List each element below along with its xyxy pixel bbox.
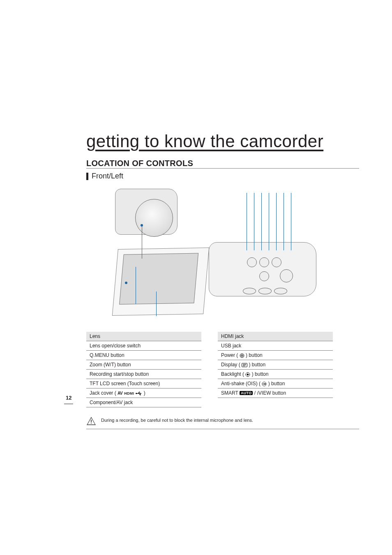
list-cell: Lens open/close switch: [86, 341, 201, 351]
smart-label-post: VIEW button: [258, 390, 286, 396]
jack-cover-label-pre: Jack cover (: [90, 390, 116, 396]
svg-rect-23: [91, 423, 92, 423]
list-cell: Power ( ) button: [218, 351, 333, 360]
section-row: LOCATION OF CONTROLS: [86, 159, 359, 169]
list-item: Display ( ) button: [218, 360, 333, 370]
backlight-label-post: ) button: [252, 371, 269, 377]
power-label-pre: Power (: [221, 352, 238, 358]
antishake-label-pre: Anti-shake (OIS) (: [221, 381, 261, 386]
jack-cover-label-post: ): [144, 390, 145, 396]
backlight-icon: [245, 372, 250, 377]
display-label-post: ) button: [249, 362, 265, 368]
callout-left-column: Lens Lens open/close switch Q.MENU butto…: [86, 332, 201, 407]
list-cell: SMART AUTO / iVIEW button: [218, 388, 333, 398]
subsection-title: Front/Left: [92, 172, 123, 180]
display-label-pre: Display (: [221, 362, 240, 368]
svg-point-3: [140, 394, 141, 395]
callout-right-table: HDMI jack USB jack Power ( ) button: [218, 332, 333, 398]
caution-note: During a recording, be careful not to bl…: [86, 416, 359, 429]
svg-rect-2: [139, 392, 140, 393]
figure-lens: [135, 199, 173, 237]
list-item: USB jack: [218, 341, 333, 351]
list-cell: Display ( ) button: [218, 360, 333, 370]
list-item: Q.MENU button: [86, 351, 201, 360]
list-cell: Lens: [86, 332, 201, 341]
list-item: Power ( ) button: [218, 351, 333, 360]
jack-cover-icons: AV HDMI: [118, 391, 142, 395]
power-label-post: ) button: [246, 352, 263, 358]
svg-rect-19: [265, 383, 266, 384]
backlight-label-pre: Backlight (: [221, 371, 244, 377]
list-item: Lens open/close switch: [86, 341, 201, 351]
list-item: Anti-shake (OIS) ( ) button: [218, 379, 333, 388]
av-icon: AV: [118, 391, 122, 395]
smart-label-pre: SMART: [221, 390, 240, 396]
caution-icon: [86, 416, 96, 426]
auto-badge-icon: AUTO: [240, 391, 253, 395]
svg-point-7: [241, 355, 242, 356]
svg-marker-4: [141, 393, 142, 394]
list-item: HDMI jack: [218, 332, 333, 341]
svg-point-1: [136, 393, 137, 394]
list-cell: HDMI jack: [218, 332, 333, 341]
subsection-row: Front/Left: [86, 172, 359, 180]
list-item: Recording start/stop button: [86, 370, 201, 379]
list-item: Jack cover ( AV HDMI: [86, 388, 201, 398]
list-item: Component/AV jack: [86, 398, 201, 407]
ois-icon: [262, 382, 267, 386]
list-cell: Q.MENU button: [86, 351, 201, 360]
list-item: Zoom (W/T) button: [86, 360, 201, 370]
power-icon: [240, 353, 244, 358]
subsection-accent-bar: [86, 173, 88, 180]
figure-lcd-screen: [119, 253, 198, 305]
list-cell: Recording start/stop button: [86, 370, 201, 379]
figure-lens-housing: [115, 189, 178, 235]
display-icon: [242, 363, 247, 367]
antishake-label-post: ) button: [268, 381, 285, 386]
caution-text: During a recording, be careful not to bl…: [101, 416, 253, 423]
camcorder-illustration: [99, 185, 329, 324]
figure-camera-body: [209, 242, 316, 296]
list-item: Backlight ( ) button: [218, 370, 333, 379]
usb-icon: [136, 391, 142, 395]
callout-right-column: HDMI jack USB jack Power ( ) button: [218, 332, 333, 407]
list-cell: Jack cover ( AV HDMI: [86, 388, 201, 398]
list-item: TFT LCD screen (Touch screen): [86, 379, 201, 388]
hdmi-icon: HDMI: [124, 391, 134, 395]
callout-left-table: Lens Lens open/close switch Q.MENU butto…: [86, 332, 201, 407]
list-item: Lens: [86, 332, 201, 341]
page-number-rule: [64, 404, 73, 404]
list-cell: Zoom (W/T) button: [86, 360, 201, 370]
list-cell: USB jack: [218, 341, 333, 351]
manual-page: getting to know the camcorder LOCATION O…: [0, 0, 392, 555]
callout-columns: Lens Lens open/close switch Q.MENU butto…: [86, 332, 359, 407]
svg-point-13: [247, 374, 249, 375]
figure-side-buttons: [218, 247, 325, 300]
list-item: SMART AUTO / iVIEW button: [218, 388, 333, 398]
list-cell: TFT LCD screen (Touch screen): [86, 379, 201, 388]
list-cell: Anti-shake (OIS) ( ) button: [218, 379, 333, 388]
list-cell: Backlight ( ) button: [218, 370, 333, 379]
page-number: 12: [66, 395, 71, 401]
list-cell: Component/AV jack: [86, 398, 201, 407]
section-title: LOCATION OF CONTROLS: [86, 159, 193, 168]
chapter-title: getting to know the camcorder: [86, 132, 359, 151]
svg-rect-22: [91, 420, 92, 422]
